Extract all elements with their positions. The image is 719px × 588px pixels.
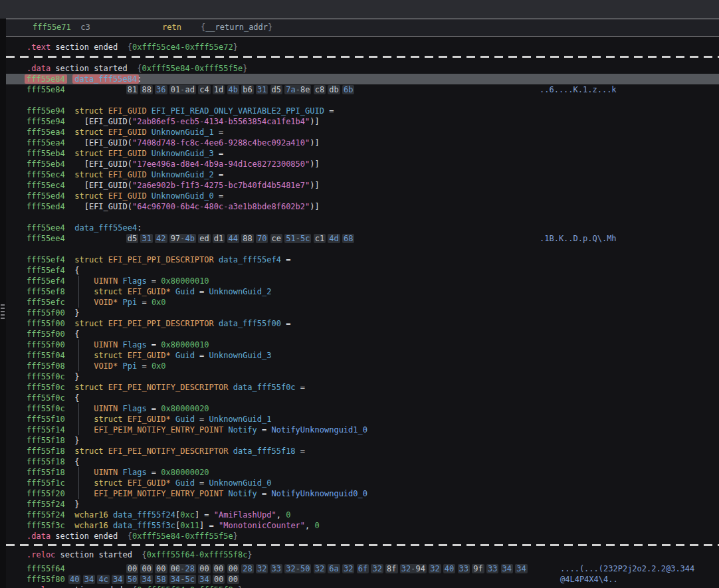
symbol-token[interactable]: UnknownGuid_0 bbox=[209, 478, 272, 488]
hex-byte[interactable]: 31 bbox=[140, 234, 152, 243]
string-token[interactable]: "2ab86ef5-ecb5-4134-b5563854ca1fe1b4" bbox=[132, 117, 310, 126]
symbol-token[interactable]: Notify bbox=[228, 489, 257, 498]
number-token[interactable]: 0x0 bbox=[152, 361, 166, 371]
address[interactable]: fff55ef4 bbox=[27, 255, 65, 264]
hex-byte[interactable]: 50 bbox=[126, 575, 138, 584]
code-line[interactable]: fff55ed4 struct EFI_GUID UnknownGuid_0 = bbox=[6, 191, 719, 201]
symbol-token[interactable]: Flags bbox=[123, 468, 147, 477]
address[interactable]: fff55f20 bbox=[27, 489, 65, 498]
hex-byte[interactable]: c1 bbox=[314, 234, 326, 243]
code-line[interactable]: fff55f00 struct EFI_PEI_PPI_DESCRIPTOR d… bbox=[6, 318, 719, 329]
hex-byte[interactable]: 58 bbox=[155, 575, 167, 584]
code-line[interactable]: fff55ef8 struct EFI_GUID* Guid = Unknown… bbox=[6, 286, 719, 297]
code-line[interactable]: fff55ed4 [EFI_GUID("64c96700-6b4c-480c-a… bbox=[6, 201, 719, 212]
hex-byte[interactable]: 34 bbox=[501, 564, 513, 573]
circular-arrow-icon[interactable] bbox=[5, 5, 13, 13]
symbol-token[interactable]: UnknownGuid_0 bbox=[152, 191, 214, 201]
code-line[interactable]: fff55f0c } bbox=[6, 371, 719, 382]
address[interactable]: fff55ee4 bbox=[27, 223, 65, 233]
code-line[interactable]: fff55f1c struct EFI_GUID* Guid = Unknown… bbox=[6, 478, 719, 488]
symbol-token[interactable]: data_fff55e84 bbox=[72, 74, 139, 84]
address[interactable]: fff55ed4 bbox=[27, 191, 65, 201]
address[interactable]: fff55f08 bbox=[27, 361, 65, 371]
number-token[interactable]: 0xfff55f64-0xfff55f8c bbox=[137, 585, 238, 588]
hex-byte[interactable]: 34 bbox=[515, 564, 527, 573]
hex-byte[interactable]: 32 bbox=[314, 564, 326, 573]
hex-byte[interactable]: 4c bbox=[97, 575, 109, 584]
symbol-token[interactable]: data_fff55f24 bbox=[113, 510, 175, 520]
hex-byte[interactable]: 6b bbox=[342, 85, 354, 94]
data-label-line[interactable]: fff55e84 data_fff55e84: bbox=[6, 74, 719, 84]
hex-byte[interactable]: 00 bbox=[126, 564, 138, 573]
address[interactable]: fff55f0c bbox=[27, 404, 65, 413]
code-line[interactable]: fff55f20 EFI_PEIM_NOTIFY_ENTRY_POINT Not… bbox=[6, 488, 719, 499]
address[interactable]: fff55eb4 bbox=[27, 149, 65, 158]
symbol-token[interactable]: Ppi bbox=[123, 298, 138, 307]
address[interactable]: fff55f1c bbox=[27, 478, 65, 488]
hex-byte[interactable]: 94 bbox=[414, 564, 426, 573]
string-token[interactable]: "7408d748-fc8c-4ee6-9288c4bec092a410" bbox=[132, 138, 310, 147]
address[interactable]: fff55f0c bbox=[27, 393, 65, 403]
hex-byte[interactable]: 00 bbox=[227, 564, 239, 573]
code-line[interactable]: fff55f10 struct EFI_GUID* Guid = Unknown… bbox=[6, 414, 719, 425]
number-token[interactable]: 0x0 bbox=[152, 298, 166, 307]
address[interactable]: fff55f00 bbox=[27, 330, 65, 339]
address[interactable]: fff55e94 bbox=[27, 106, 65, 116]
section-marker-line[interactable]: .data section ended {0xfff55e84-0xfff55f… bbox=[6, 531, 719, 541]
hex-byte[interactable]: d1 bbox=[213, 234, 225, 243]
code-line[interactable]: fff55f18 UINTN Flags = 0x80000020 bbox=[6, 467, 719, 478]
code-line[interactable]: fff55f3c wchar16 data_fff55f3c[0x11] = "… bbox=[6, 520, 719, 531]
code-line[interactable]: fff55f18 { bbox=[6, 456, 719, 467]
address[interactable]: fff55ef8 bbox=[27, 287, 65, 296]
section-name[interactable]: .reloc bbox=[27, 585, 55, 588]
splitter-grip-icon[interactable] bbox=[1, 304, 5, 321]
hex-byte[interactable]: 33 bbox=[486, 564, 498, 573]
sidebar-splitter[interactable] bbox=[0, 19, 6, 588]
hex-byte[interactable]: 8f bbox=[385, 564, 397, 573]
address[interactable]: fff55f00 bbox=[27, 319, 65, 328]
instruction-line[interactable]: fff55e71 c3 retn {__return_addr} bbox=[0, 19, 719, 37]
hex-byte[interactable]: 6a bbox=[328, 564, 340, 573]
hex-byte[interactable]: 33 bbox=[458, 564, 470, 573]
address[interactable]: fff55ec4 bbox=[27, 181, 65, 190]
hex-byte[interactable]: 68 bbox=[342, 234, 354, 243]
hex-byte[interactable]: c8 bbox=[314, 85, 326, 94]
code-line[interactable]: fff55f00 { bbox=[6, 329, 719, 340]
symbol-token[interactable]: UnknownGuid_1 bbox=[152, 128, 214, 137]
hex-byte[interactable]: 00 bbox=[213, 575, 225, 584]
symbol-token[interactable]: Guid bbox=[175, 287, 195, 296]
code-line[interactable]: fff55ec4 [EFI_GUID("2a6e902b-f1f3-4275-b… bbox=[6, 180, 719, 191]
string-token[interactable]: "MonotonicCounter" bbox=[219, 521, 305, 530]
symbol-token[interactable]: UnknownGuid_3 bbox=[152, 149, 214, 158]
symbol-token[interactable]: data_fff55f0c bbox=[233, 383, 296, 392]
number-token[interactable]: 0 bbox=[286, 510, 290, 520]
symbol-token[interactable]: Flags bbox=[123, 276, 147, 286]
number-token[interactable]: 0x80000020 bbox=[161, 404, 209, 413]
string-token[interactable]: "AmiFlashUpd" bbox=[214, 510, 276, 520]
address[interactable]: fff55f18 bbox=[27, 468, 65, 477]
symbol-token[interactable]: Ppi bbox=[123, 361, 138, 371]
hex-byte[interactable]: 40 bbox=[443, 564, 455, 573]
hex-byte[interactable]: 4b bbox=[183, 234, 195, 243]
symbol-token[interactable]: data_fff55f3c bbox=[113, 521, 175, 530]
symbol-token[interactable]: Notify bbox=[228, 425, 257, 435]
hex-byte[interactable]: c4 bbox=[198, 85, 210, 94]
code-line[interactable]: fff55e94 [EFI_GUID("2ab86ef5-ecb5-4134-b… bbox=[6, 116, 719, 127]
code-line[interactable]: fff55ea4 struct EFI_GUID UnknownGuid_1 = bbox=[6, 127, 719, 138]
string-token[interactable]: "17ee496a-d8e4-4b9a-94d1ce8272300850" bbox=[132, 159, 310, 169]
code-line[interactable]: fff55ef4 UINTN Flags = 0x80000010 bbox=[6, 276, 719, 286]
code-line[interactable]: fff55f00 } bbox=[6, 308, 719, 318]
address[interactable]: fff55ed4 bbox=[27, 202, 65, 211]
hex-byte[interactable]: 28 bbox=[241, 564, 253, 573]
address[interactable]: fff55f0c bbox=[27, 383, 65, 392]
hex-byte[interactable]: 4b bbox=[227, 85, 239, 94]
symbol-token[interactable]: data_fff55f18 bbox=[233, 446, 296, 456]
address[interactable]: fff55f18 bbox=[27, 457, 65, 466]
section-name[interactable]: .text bbox=[27, 43, 51, 52]
code-line[interactable]: fff55ec4 struct EFI_GUID UnknownGuid_2 = bbox=[6, 169, 719, 180]
symbol-token[interactable]: UnknownGuid_2 bbox=[152, 170, 214, 179]
address[interactable]: fff55f18 bbox=[27, 436, 65, 445]
address[interactable]: fff55f3c bbox=[27, 521, 65, 530]
hex-byte[interactable]: 5c bbox=[299, 234, 311, 243]
hex-byte[interactable]: 28 bbox=[183, 564, 195, 573]
